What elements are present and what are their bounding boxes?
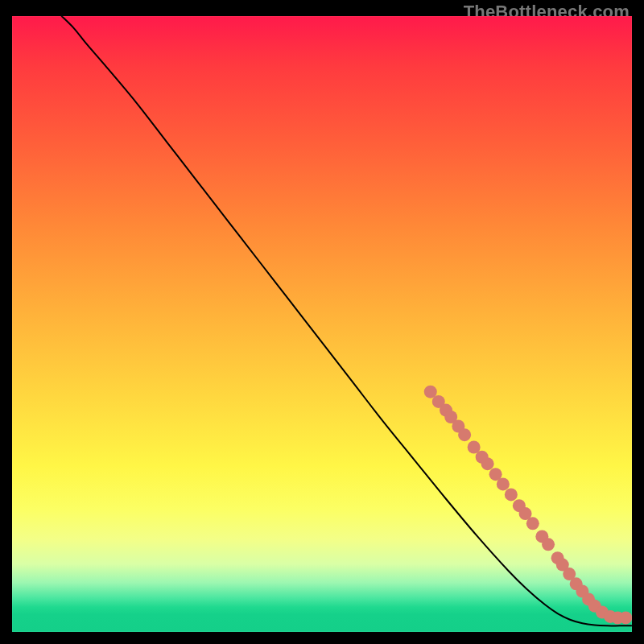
scatter-point	[619, 611, 632, 624]
scatter-point	[505, 488, 518, 501]
plot-area	[12, 16, 632, 632]
curve-layer	[12, 16, 632, 632]
scatter-point	[458, 428, 471, 441]
plot-outer	[12, 16, 632, 632]
scatter-markers	[424, 386, 632, 625]
chart-root: TheBottleneck.com	[0, 0, 644, 644]
scatter-point	[481, 457, 494, 470]
scatter-point	[542, 538, 555, 551]
scatter-point	[526, 517, 539, 530]
scatter-point	[497, 477, 510, 490]
